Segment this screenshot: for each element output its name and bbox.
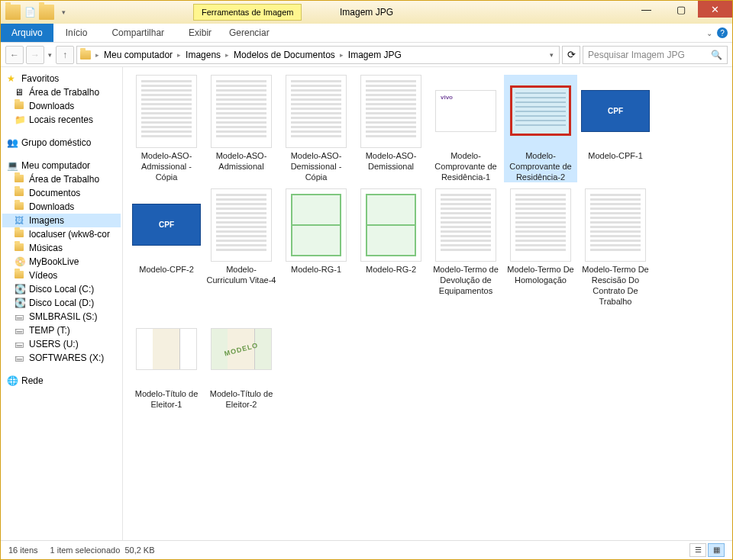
file-label: Modelo-ASO-Admissional - Cópia xyxy=(130,151,203,182)
tree-recent[interactable]: 📁Locais recentes xyxy=(2,113,121,127)
address-bar: ← → ▾ ↑ ▸ Meu computador ▸ Imagens ▸ Mod… xyxy=(1,43,732,67)
qat-folder-icon[interactable] xyxy=(5,5,21,20)
tree-pc-documents[interactable]: Documentos xyxy=(2,186,121,200)
file-label: Modelo-Termo de Devolução de Equipamento… xyxy=(429,265,502,296)
tree-favorites[interactable]: ★Favoritos xyxy=(2,72,121,85)
tree-drive-d[interactable]: 💽Disco Local (D:) xyxy=(2,296,121,310)
manage-tab[interactable]: Gerenciar xyxy=(215,27,283,38)
status-bar: 16 itens 1 item selecionado 50,2 KB ☰ ▦ xyxy=(1,540,732,558)
home-tab[interactable]: Início xyxy=(53,27,100,38)
file-item[interactable]: Modelo-RG-1 xyxy=(279,188,353,307)
file-thumbnail xyxy=(360,75,421,148)
file-thumbnail xyxy=(510,85,571,136)
file-item[interactable]: Modelo-ASO-Demissional - Cópia xyxy=(279,75,353,182)
breadcrumb-models[interactable]: Modelos de Documentos xyxy=(234,50,335,60)
search-placeholder: Pesquisar Imagem JPG xyxy=(588,50,685,60)
view-details-button[interactable]: ☰ xyxy=(689,543,706,557)
history-dropdown-icon[interactable]: ▾ xyxy=(47,51,53,59)
file-thumbnail: CPF xyxy=(132,204,201,246)
tree-drive-x[interactable]: 🖴SOFTWARES (X:) xyxy=(2,351,121,365)
file-thumbnail xyxy=(136,75,197,148)
file-thumbnail xyxy=(211,75,272,148)
file-item[interactable]: Modelo-RG-2 xyxy=(354,188,428,307)
navigation-tree: ★Favoritos 🖥Área de Trabalho Downloads 📁… xyxy=(1,67,123,540)
file-thumbnail xyxy=(286,75,347,148)
tree-network[interactable]: 🌐Rede xyxy=(2,374,121,388)
tree-pc-images[interactable]: 🖼Imagens xyxy=(2,214,121,227)
file-item[interactable]: Modelo-Termo de Devolução de Equipamento… xyxy=(429,188,502,307)
file-tab[interactable]: Arquivo xyxy=(1,24,53,42)
file-label: Modelo-Título de Eleitor-1 xyxy=(130,389,203,410)
tree-drive-c[interactable]: 💽Disco Local (C:) xyxy=(2,282,121,296)
file-label: Modelo-RG-2 xyxy=(354,265,428,275)
file-thumbnail xyxy=(286,188,347,262)
tree-drive-t[interactable]: 🖴TEMP (T:) xyxy=(2,323,121,337)
file-thumbnail xyxy=(136,328,197,370)
forward-button[interactable]: → xyxy=(26,46,44,64)
file-content-area[interactable]: Modelo-ASO-Admissional - CópiaModelo-ASO… xyxy=(123,67,732,540)
file-label: Modelo-Termo De Rescisão Do Contrato De … xyxy=(579,265,652,307)
breadcrumb[interactable]: ▸ Meu computador ▸ Imagens ▸ Modelos de … xyxy=(76,46,560,64)
file-item[interactable]: Modelo-Título de Eleitor-2 xyxy=(205,313,278,410)
file-item[interactable]: Modelo-Termo De Homologação xyxy=(504,188,577,307)
file-label: Modelo-Título de Eleitor-2 xyxy=(205,389,278,410)
tree-pc-music[interactable]: Músicas xyxy=(2,241,121,255)
up-button[interactable]: ↑ xyxy=(56,46,74,64)
help-icon[interactable]: ? xyxy=(717,27,728,38)
file-thumbnail xyxy=(435,188,496,262)
tree-downloads[interactable]: Downloads xyxy=(2,99,121,113)
qat-dropdown-icon[interactable]: ▾ xyxy=(56,5,71,20)
tree-homegroup[interactable]: 👥Grupo doméstico xyxy=(2,136,121,150)
breadcrumb-current[interactable]: Imagem JPG xyxy=(348,50,402,60)
tree-pc-videos[interactable]: Vídeos xyxy=(2,269,121,282)
file-label: Modelo-Comprovante de Residência-2 xyxy=(504,151,577,182)
ribbon-expand-icon[interactable]: ⌄ xyxy=(706,29,712,37)
file-item[interactable]: Modelo-Comprovante de Residência-1 xyxy=(429,75,502,182)
file-item[interactable]: Modelo-ASO-Demissional xyxy=(354,75,428,182)
tree-drive-u[interactable]: 🖴USERS (U:) xyxy=(2,337,121,351)
tree-pc-localuser[interactable]: localuser (wkw8-cor xyxy=(2,227,121,241)
qat-properties-icon[interactable]: 📄 xyxy=(22,5,37,20)
search-input[interactable]: Pesquisar Imagem JPG 🔍 xyxy=(583,46,728,64)
file-item[interactable]: Modelo-Termo De Rescisão Do Contrato De … xyxy=(579,188,652,307)
tree-pc[interactable]: 💻Meu computador xyxy=(2,159,121,172)
file-item[interactable]: Modelo-Curriculum Vitae-4 xyxy=(205,188,278,307)
file-thumbnail: CPF xyxy=(581,90,650,132)
file-thumbnail xyxy=(211,328,272,370)
minimize-button[interactable]: — xyxy=(629,1,664,18)
refresh-button[interactable]: ⟳ xyxy=(562,46,580,64)
breadcrumb-root[interactable]: Meu computador xyxy=(104,50,173,60)
file-thumbnail xyxy=(510,188,571,262)
chevron-right-icon[interactable]: ▸ xyxy=(174,51,184,59)
search-icon: 🔍 xyxy=(711,50,722,60)
chevron-right-icon[interactable]: ▸ xyxy=(222,51,232,59)
file-item[interactable]: CPFModelo-CPF-1 xyxy=(579,75,652,182)
tree-pc-downloads[interactable]: Downloads xyxy=(2,200,121,214)
tree-drive-s[interactable]: 🖴SMLBRASIL (S:) xyxy=(2,310,121,323)
back-button[interactable]: ← xyxy=(5,46,24,64)
file-label: Modelo-Termo De Homologação xyxy=(504,265,577,286)
chevron-right-icon[interactable]: ▸ xyxy=(337,51,347,59)
share-tab[interactable]: Compartilhar xyxy=(99,27,176,38)
file-item[interactable]: Modelo-ASO-Admissional - Cópia xyxy=(130,75,203,182)
file-label: Modelo-ASO-Demissional - Cópia xyxy=(279,151,353,182)
address-dropdown-icon[interactable]: ▾ xyxy=(547,51,556,59)
tree-pc-mybook[interactable]: 📀MyBookLive xyxy=(2,255,121,269)
file-label: Modelo-RG-1 xyxy=(279,265,353,275)
file-label: Modelo-Curriculum Vitae-4 xyxy=(205,265,278,286)
tree-pc-desktop[interactable]: Área de Trabalho xyxy=(2,172,121,186)
file-item[interactable]: Modelo-Título de Eleitor-1 xyxy=(130,313,203,410)
file-item[interactable]: CPFModelo-CPF-2 xyxy=(130,188,203,307)
qat-open-icon[interactable] xyxy=(39,5,54,20)
breadcrumb-images[interactable]: Imagens xyxy=(186,50,221,60)
title-bar: 📄 ▾ Ferramentas de Imagem Imagem JPG — ▢… xyxy=(1,1,732,24)
file-label: Modelo-CPF-2 xyxy=(130,265,203,275)
chevron-right-icon[interactable]: ▸ xyxy=(92,51,102,59)
maximize-button[interactable]: ▢ xyxy=(664,1,698,18)
file-item[interactable]: Modelo-Comprovante de Residência-2 xyxy=(504,75,577,182)
close-button[interactable]: ✕ xyxy=(698,1,732,18)
tree-desktop[interactable]: 🖥Área de Trabalho xyxy=(2,85,121,99)
view-icons-button[interactable]: ▦ xyxy=(708,543,725,557)
file-item[interactable]: Modelo-ASO-Admissional xyxy=(205,75,278,182)
status-item-count: 16 itens xyxy=(8,546,38,555)
